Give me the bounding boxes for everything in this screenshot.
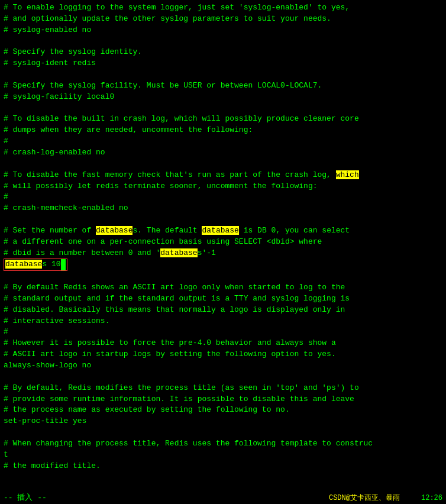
line-28: # disabled. Basically this means that no… (4, 305, 442, 316)
line-33: always-show-logo no (4, 360, 442, 371)
bottom-bar: -- 插入 -- CSDN@艾卡西亚、暴雨 12:26 (0, 491, 446, 504)
line-26: # By default Redis shows an ASCII art lo… (4, 282, 442, 293)
line-8: # Specify the syslog facility. Must be U… (4, 80, 442, 92)
line-29: # interactive sessions. (4, 316, 442, 327)
line-13: # (4, 136, 442, 147)
line-18: # (4, 192, 442, 203)
line-14: # crash-log-enabled no (4, 147, 442, 159)
line-36: # provide some runtime information. It i… (4, 394, 442, 405)
line-6: # syslog-ident redis (4, 58, 442, 69)
line-5: # Specify the syslog identity. (4, 47, 442, 58)
line-30: # (4, 327, 442, 338)
line-17: # will possibly let redis terminate soon… (4, 181, 442, 192)
line-19: # crash-memcheck-enabled no (4, 203, 442, 214)
line-40: # When changing the process title, Redis… (4, 438, 442, 450)
line-31: # However it is possible to force the pr… (4, 338, 442, 349)
line-32: # ASCII art logo in startup logs by sett… (4, 349, 442, 360)
line-16: # To disable the fast memory check that'… (4, 170, 442, 181)
line-9: # syslog-facility local0 (4, 92, 442, 103)
line-blank-4 (4, 159, 442, 170)
line-41: t (4, 450, 442, 461)
line-24: databases 10 (4, 259, 67, 271)
highlight-database-3: database (160, 248, 197, 257)
line-35: # By default, Redis modifies the process… (4, 383, 442, 394)
time-display: 12:26 (421, 494, 442, 502)
line-11: # To disable the built in crash log, whi… (4, 114, 442, 125)
line-blank-7 (4, 371, 442, 383)
highlight-which: which (336, 170, 359, 179)
line-1: # To enable logging to the system logger… (4, 2, 442, 14)
highlight-database-4: database (5, 260, 42, 269)
line-42: # the modified title. (4, 461, 442, 472)
line-3: # syslog-enabled no (4, 25, 442, 36)
line-2: # and optionally update the other syslog… (4, 14, 442, 25)
line-27: # standard output and if the standard ou… (4, 293, 442, 305)
line-12: # dumps when they are needed, uncomment … (4, 125, 442, 136)
highlight-database-1: database (96, 226, 132, 235)
line-23: # dbid is a number between 0 and 'databa… (4, 248, 442, 259)
line-blank-6 (4, 271, 442, 282)
line-37: # the process name as executed by settin… (4, 405, 442, 416)
line-22: # a different one on a per-connection ba… (4, 237, 442, 248)
line-blank-5 (4, 214, 442, 225)
line-blank-3 (4, 103, 442, 114)
watermark-text: CSDN@艾卡西亚、暴雨 (329, 494, 400, 502)
terminal: # To enable logging to the system logger… (0, 0, 446, 504)
line-21: # Set the number of databases. The defau… (4, 225, 442, 237)
line-blank-1 (4, 36, 442, 47)
watermark: CSDN@艾卡西亚、暴雨 12:26 (329, 493, 442, 503)
insert-mode-label: -- 插入 -- (4, 492, 47, 503)
line-blank-2 (4, 69, 442, 80)
line-blank-8 (4, 427, 442, 438)
highlight-database-2: database (202, 226, 238, 235)
cursor (61, 259, 66, 270)
line-38: set-proc-title yes (4, 416, 442, 427)
